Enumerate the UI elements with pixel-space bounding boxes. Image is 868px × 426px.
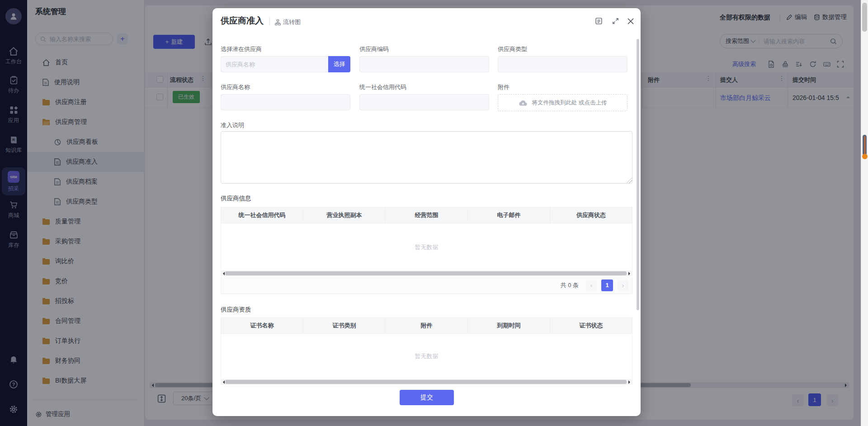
column-header[interactable]: 附件: [386, 318, 468, 333]
scroll-right-icon[interactable]: [628, 380, 632, 384]
app-root: 工作台 待办 应用 AI 知识库 SRM 招采 商城 库存: [0, 0, 868, 426]
modal-title: 供应商准入: [221, 15, 264, 27]
column-header[interactable]: 证书类别: [303, 318, 386, 333]
field-label-potential-supplier: 选择潜在供应商: [221, 45, 262, 53]
supplier-name-input[interactable]: [221, 94, 350, 110]
expand-icon[interactable]: [612, 18, 619, 24]
supplier-qualification-table: 证书名称 证书类别 附件 到期时间 证书状态 暂无数据: [221, 317, 632, 379]
supplier-code-input[interactable]: [359, 56, 489, 72]
empty-state: 暂无数据: [221, 223, 632, 272]
supplier-info-table-header: 统一社会信用代码 营业执照副本 经营范围 电子邮件 供应商状态: [221, 208, 632, 223]
field-label-supplier-name: 供应商名称: [221, 83, 250, 91]
org-chart-icon: [275, 19, 281, 25]
column-header[interactable]: 到期时间: [468, 318, 550, 333]
total-count: 共 0 条: [561, 281, 579, 289]
column-header[interactable]: 供应商状态: [550, 208, 632, 223]
column-header[interactable]: 经营范围: [386, 208, 468, 223]
file-upload-dropzone[interactable]: 将文件拖拽到此处 或点击上传: [498, 94, 627, 111]
column-header[interactable]: 证书状态: [550, 318, 632, 333]
access-description-textarea[interactable]: [221, 131, 632, 184]
info-table-h-scrollbar[interactable]: [221, 270, 632, 276]
supplier-access-modal: 供应商准入 流转图 选择潜在供应商 供应商编码 供应商类型 选择 供应商名称 统…: [212, 8, 641, 416]
supplier-info-table: 统一社会信用代码 营业执照副本 经营范围 电子邮件 供应商状态 暂无数据: [221, 207, 632, 272]
field-label-supplier-type: 供应商类型: [498, 45, 527, 53]
cloud-upload-icon: [519, 99, 528, 106]
qualification-table-h-scrollbar[interactable]: [221, 379, 632, 385]
title-divider: [269, 17, 270, 25]
supplier-info-pagination: 共 0 条 ‹ 1 ›: [221, 277, 632, 294]
field-label-supplier-code: 供应商编码: [359, 45, 389, 53]
h-scrollbar-thumb[interactable]: [225, 271, 627, 275]
choose-supplier-button[interactable]: 选择: [328, 56, 350, 72]
scroll-left-icon[interactable]: [221, 380, 225, 384]
field-label-uscc: 统一社会信用代码: [359, 83, 406, 91]
close-icon[interactable]: [627, 18, 634, 24]
scroll-right-icon[interactable]: [628, 272, 632, 275]
submit-button[interactable]: 提交: [400, 390, 454, 405]
empty-state: 暂无数据: [221, 334, 632, 379]
column-header[interactable]: 营业执照副本: [303, 208, 386, 223]
modal-v-scrollbar[interactable]: [637, 39, 639, 316]
page-v-scrollbar[interactable]: [861, 0, 868, 426]
section-title-supplier-qualification: 供应商资质: [221, 306, 251, 314]
next-page-button[interactable]: ›: [618, 280, 628, 291]
field-label-access-description: 准入说明: [221, 121, 244, 129]
form-view-icon[interactable]: [595, 17, 603, 25]
h-scrollbar-thumb[interactable]: [225, 380, 627, 384]
thermometer-mercury: [864, 137, 866, 155]
supplier-qualification-table-header: 证书名称 证书类别 附件 到期时间 证书状态: [221, 318, 632, 334]
uscc-input[interactable]: [359, 94, 489, 110]
column-header[interactable]: 统一社会信用代码: [221, 208, 303, 223]
v-scrollbar-thumb[interactable]: [862, 3, 867, 32]
thermometer-bulb: [862, 154, 868, 159]
column-header[interactable]: 证书名称: [221, 318, 303, 333]
column-header[interactable]: 电子邮件: [468, 208, 550, 223]
scroll-left-icon[interactable]: [221, 272, 225, 275]
current-page-button[interactable]: 1: [601, 279, 613, 291]
v-scrollbar-thumb[interactable]: [637, 39, 639, 310]
potential-supplier-input[interactable]: [221, 56, 328, 72]
supplier-type-input[interactable]: [498, 56, 627, 72]
prev-page-button[interactable]: ‹: [586, 280, 597, 291]
flow-chart-link[interactable]: 流转图: [275, 18, 301, 26]
field-label-attachment: 附件: [498, 83, 509, 91]
section-title-supplier-info: 供应商信息: [221, 194, 251, 203]
